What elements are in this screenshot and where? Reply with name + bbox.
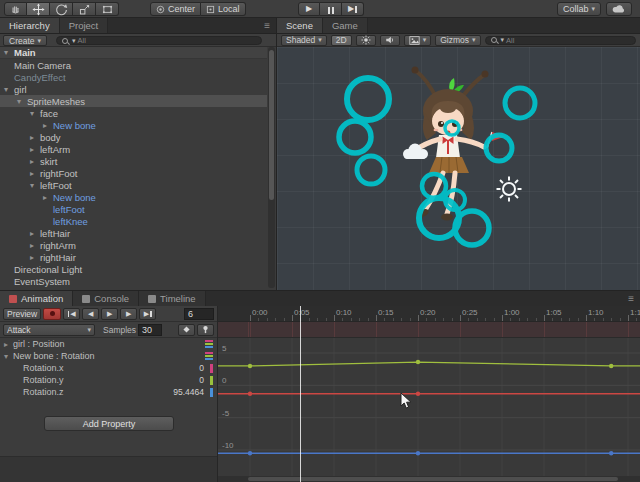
- playhead-line[interactable]: [300, 306, 301, 482]
- tab-project[interactable]: Project: [60, 18, 109, 33]
- scene-effects-dropdown[interactable]: ▾: [404, 35, 432, 46]
- foldout-icon[interactable]: ▸: [0, 121, 53, 130]
- foldout-icon[interactable]: ▸: [0, 193, 53, 202]
- hierarchy-search-input[interactable]: ▾ All: [56, 36, 262, 45]
- hierarchy-item-girl[interactable]: ▾girl: [0, 83, 267, 95]
- hierarchy-item-skirt[interactable]: ▸skirt: [0, 155, 267, 167]
- hierarchy-item-new-bone[interactable]: ▸New bone: [0, 119, 267, 131]
- hierarchy-scrollbar-thumb[interactable]: [269, 50, 274, 200]
- rotate-tool-button[interactable]: [50, 2, 73, 16]
- timeline-hscrollbar-thumb[interactable]: [248, 477, 618, 481]
- property-value[interactable]: 0: [199, 375, 210, 385]
- hierarchy-item-body[interactable]: ▸body: [0, 131, 267, 143]
- curve-rotation-y[interactable]: [218, 362, 640, 366]
- tab-hierarchy[interactable]: Hierarchy: [0, 18, 60, 33]
- keyframe-rotation-x[interactable]: [248, 392, 252, 396]
- add-property-button[interactable]: Add Property: [44, 416, 174, 431]
- record-button[interactable]: [43, 308, 61, 320]
- foldout-icon[interactable]: ▾: [0, 109, 40, 118]
- sun-gizmo[interactable]: [497, 177, 522, 202]
- keyframe-rotation-z[interactable]: [248, 451, 252, 455]
- clip-dropdown[interactable]: Attack▾: [3, 324, 95, 336]
- panel-menu-icon[interactable]: ≡: [628, 293, 634, 304]
- cloud-button[interactable]: [606, 2, 632, 16]
- pivot-local-button[interactable]: Local: [201, 2, 246, 16]
- hierarchy-item-righthair[interactable]: ▸rightHair: [0, 251, 267, 263]
- timeline-hscrollbar[interactable]: [218, 476, 640, 482]
- hierarchy-item-face[interactable]: ▾face: [0, 107, 267, 119]
- frame-field[interactable]: 6: [184, 308, 214, 320]
- foldout-icon[interactable]: ▾: [0, 97, 27, 106]
- property-foldout-icon[interactable]: ▸: [0, 340, 13, 349]
- tab-scene[interactable]: Scene: [277, 18, 323, 33]
- foldout-icon[interactable]: ▾: [0, 48, 14, 57]
- hierarchy-scrollbar[interactable]: [268, 47, 275, 288]
- hierarchy-item-eventsystem[interactable]: EventSystem: [0, 275, 267, 287]
- property-row-new-bone-rotation[interactable]: ▾New bone : Rotation: [0, 350, 217, 362]
- rect-tool-button[interactable]: [96, 2, 119, 16]
- keyframe-rotation-x[interactable]: [416, 392, 420, 396]
- collab-button[interactable]: Collab▾: [557, 2, 601, 16]
- move-tool-button[interactable]: [27, 2, 50, 16]
- hand-tool-button[interactable]: [4, 2, 27, 16]
- tab-animation[interactable]: Animation: [0, 291, 73, 306]
- panel-menu-icon[interactable]: ≡: [264, 20, 270, 31]
- hierarchy-item-lefthair[interactable]: ▸leftHair: [0, 227, 267, 239]
- hierarchy-item-main-camera[interactable]: Main Camera: [0, 59, 267, 71]
- next-key-button[interactable]: ▶: [120, 308, 137, 320]
- 2d-toggle-button[interactable]: 2D: [331, 35, 352, 46]
- hierarchy-item-leftfoot[interactable]: leftFoot: [0, 203, 267, 215]
- property-row-girl-position[interactable]: ▸girl : Position: [0, 338, 217, 350]
- foldout-icon[interactable]: ▸: [0, 157, 40, 166]
- goto-start-button[interactable]: ◀: [63, 308, 80, 320]
- shaded-dropdown[interactable]: Shaded▾: [281, 35, 327, 46]
- scene-audio-button[interactable]: [380, 35, 400, 46]
- keyframe-rotation-z[interactable]: [416, 451, 420, 455]
- scene-search-input[interactable]: ▾ All: [485, 36, 636, 45]
- hierarchy-item-rightarm[interactable]: ▸rightArm: [0, 239, 267, 251]
- hierarchy-item-leftknee[interactable]: leftKnee: [0, 215, 267, 227]
- scale-tool-button[interactable]: [73, 2, 96, 16]
- hierarchy-item-candyeffect[interactable]: CandyEffect: [0, 71, 267, 83]
- preview-toggle-button[interactable]: Preview: [3, 308, 41, 320]
- hierarchy-item-rightfoot[interactable]: ▸rightFoot: [0, 167, 267, 179]
- record-tint-strip[interactable]: [218, 322, 640, 338]
- keyframe-rotation-y[interactable]: [416, 360, 420, 364]
- foldout-icon[interactable]: ▾: [0, 85, 14, 94]
- foldout-icon[interactable]: ▸: [0, 241, 40, 250]
- create-button[interactable]: Create▾: [3, 35, 47, 46]
- property-value[interactable]: 95.4464: [173, 387, 210, 397]
- add-keyframe-button[interactable]: [178, 324, 195, 336]
- hierarchy-item-main[interactable]: ▾Main: [0, 47, 267, 59]
- add-event-button[interactable]: [197, 324, 214, 336]
- foldout-icon[interactable]: ▸: [0, 253, 40, 262]
- hierarchy-item-new-bone[interactable]: ▸New bone: [0, 191, 267, 203]
- samples-field[interactable]: 30: [138, 324, 162, 336]
- property-row-rotation-y[interactable]: Rotation.y0: [0, 374, 217, 386]
- anim-play-button[interactable]: ▶: [101, 308, 118, 320]
- pivot-center-button[interactable]: Center: [150, 2, 201, 16]
- tab-timeline[interactable]: Timeline: [139, 291, 206, 306]
- timeline-ruler[interactable]: 0:000:050:100:150:200:251:001:051:101:15: [218, 306, 640, 322]
- foldout-icon[interactable]: ▸: [0, 145, 40, 154]
- curves-svg[interactable]: 50-5-10: [218, 338, 640, 482]
- foldout-icon[interactable]: ▸: [0, 133, 40, 142]
- pause-button[interactable]: [320, 2, 342, 16]
- step-button[interactable]: ▶: [342, 2, 364, 16]
- hierarchy-item-leftarm[interactable]: ▸leftArm: [0, 143, 267, 155]
- keyframe-rotation-z[interactable]: [609, 451, 613, 455]
- goto-end-button[interactable]: ▶: [139, 308, 156, 320]
- hierarchy-item-spritemeshes[interactable]: ▾SpriteMeshes: [0, 95, 267, 107]
- keyframe-rotation-y[interactable]: [609, 364, 613, 368]
- property-row-rotation-z[interactable]: Rotation.z95.4464: [0, 386, 217, 398]
- hierarchy-item-directional-light[interactable]: Directional Light: [0, 263, 267, 275]
- gizmos-dropdown[interactable]: Gizmos▾: [435, 35, 480, 46]
- property-value[interactable]: 0: [199, 363, 210, 373]
- scene-viewport[interactable]: [277, 47, 640, 290]
- keyframe-rotation-y[interactable]: [248, 364, 252, 368]
- foldout-icon[interactable]: ▾: [0, 181, 40, 190]
- curve-editor-area[interactable]: 50-5-10: [218, 338, 640, 482]
- tab-game[interactable]: Game: [323, 18, 368, 33]
- hierarchy-item-leftfoot[interactable]: ▾leftFoot: [0, 179, 267, 191]
- scene-lighting-button[interactable]: [356, 35, 376, 46]
